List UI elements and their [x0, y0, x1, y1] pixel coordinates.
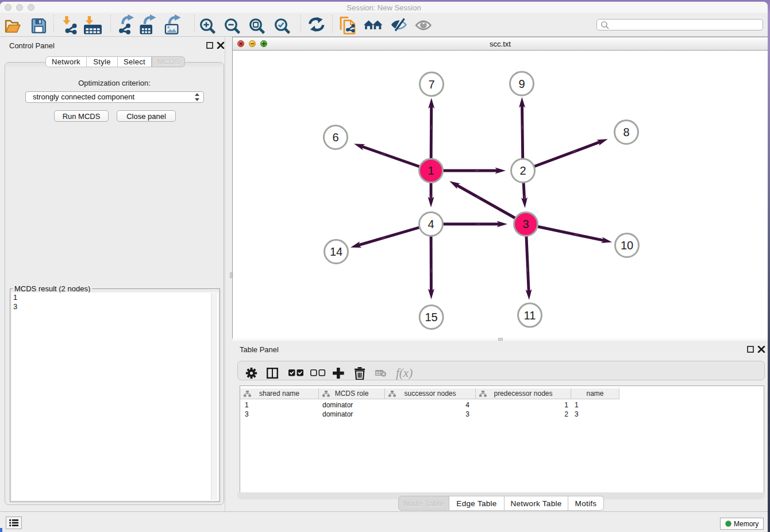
svg-text:6: 6 [332, 131, 338, 144]
svg-text:8: 8 [623, 126, 629, 138]
svg-text:15: 15 [425, 311, 437, 323]
svg-text:14: 14 [330, 245, 342, 258]
svg-text:3: 3 [522, 218, 529, 230]
svg-text:11: 11 [524, 309, 536, 322]
svg-text:10: 10 [621, 239, 633, 252]
svg-text:7: 7 [428, 78, 434, 91]
svg-text:4: 4 [428, 218, 434, 230]
svg-text:1: 1 [428, 164, 434, 177]
svg-text:9: 9 [518, 78, 525, 90]
svg-text:f(x): f(x) [396, 366, 413, 380]
svg-text:2: 2 [519, 164, 526, 177]
